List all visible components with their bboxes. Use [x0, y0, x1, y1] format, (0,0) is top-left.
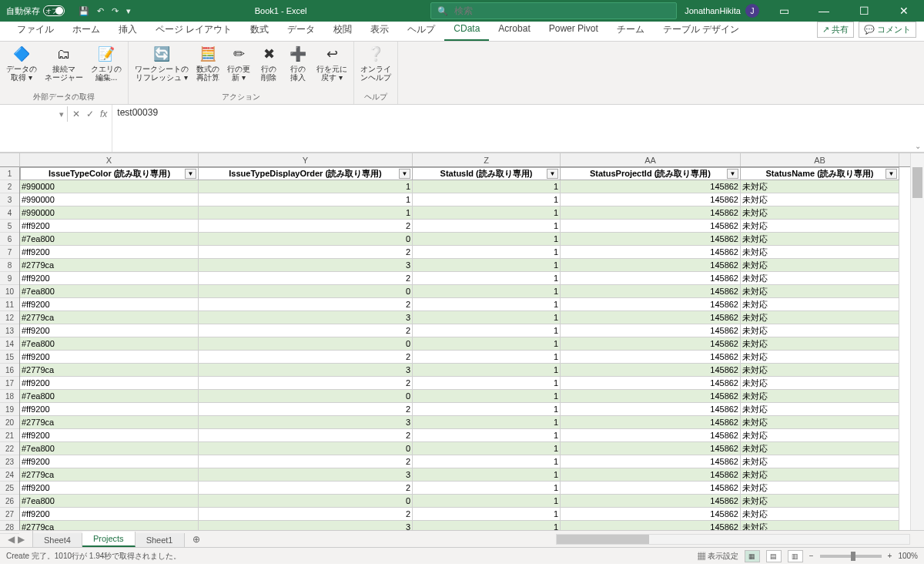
ribbon-button[interactable]: 🔄ワークシートのリフレッシュ ▾	[132, 43, 192, 83]
menu-tab-校閲[interactable]: 校閲	[324, 20, 361, 41]
add-sheet-button[interactable]: ⊕	[185, 534, 208, 545]
cancel-formula-icon[interactable]: ✕	[72, 109, 80, 119]
cell[interactable]: #ff9200	[20, 220, 199, 233]
cell[interactable]: #7ea800	[20, 495, 199, 508]
scrollbar-thumb[interactable]	[912, 167, 922, 198]
autosave-toggle[interactable]: オフ	[43, 5, 65, 16]
ribbon-button[interactable]: ✏行の更新 ▾	[224, 43, 253, 83]
cell[interactable]: 0	[199, 442, 413, 455]
close-button[interactable]: ✕	[889, 0, 919, 22]
zoom-out-button[interactable]: −	[809, 552, 814, 560]
cell[interactable]: 未対応	[741, 390, 899, 403]
redo-icon[interactable]: ↷	[112, 6, 119, 16]
table-header-cell[interactable]: IssueTypeDisplayOrder (読み取り専用)▼	[199, 167, 413, 180]
menu-tab-テーブル デザイン[interactable]: テーブル デザイン	[654, 20, 748, 41]
row-header[interactable]: 2	[0, 180, 19, 193]
menu-tab-挿入[interactable]: 挿入	[109, 20, 146, 41]
cell[interactable]: 1	[413, 272, 561, 285]
cell[interactable]: 1	[199, 206, 413, 220]
column-header[interactable]: AB	[741, 153, 899, 166]
cell[interactable]: 未対応	[741, 193, 899, 206]
menu-tab-データ[interactable]: データ	[278, 20, 324, 41]
zoom-level[interactable]: 100%	[898, 552, 918, 560]
cell[interactable]: 145862	[561, 246, 741, 259]
cell[interactable]: 1	[413, 246, 561, 259]
ribbon-button[interactable]: ↩行を元に戻す ▾	[313, 43, 350, 83]
cell[interactable]: #2779ca	[20, 311, 199, 324]
page-break-view-button[interactable]: ▥	[788, 550, 803, 562]
row-header[interactable]: 16	[0, 364, 19, 377]
row-header[interactable]: 24	[0, 468, 19, 482]
cell[interactable]: 1	[413, 416, 561, 429]
menu-tab-CData[interactable]: CData	[444, 20, 489, 41]
cell[interactable]: 未対応	[741, 351, 899, 364]
row-header[interactable]: 19	[0, 403, 19, 416]
cell[interactable]: 1	[413, 429, 561, 442]
cell[interactable]: 1	[413, 442, 561, 455]
horizontal-scrollbar[interactable]	[556, 534, 910, 545]
cell[interactable]: 2	[199, 429, 413, 442]
row-header[interactable]: 18	[0, 390, 19, 403]
display-settings-button[interactable]: ▦ 表示設定	[698, 551, 738, 562]
ribbon-button[interactable]: 🗂接続マネージャー	[42, 43, 86, 83]
row-header[interactable]: 12	[0, 311, 19, 324]
row-header[interactable]: 9	[0, 272, 19, 285]
cell[interactable]: 0	[199, 233, 413, 246]
chevron-down-icon[interactable]: ▾	[59, 109, 64, 119]
cell[interactable]: 2	[199, 508, 413, 521]
page-layout-view-button[interactable]: ▤	[766, 550, 782, 562]
cell[interactable]: 未対応	[741, 220, 899, 233]
cell[interactable]: 未対応	[741, 482, 899, 495]
cell[interactable]: 1	[413, 298, 561, 311]
cell[interactable]: 0	[199, 337, 413, 351]
cell[interactable]: #2779ca	[20, 521, 199, 530]
menu-tab-表示[interactable]: 表示	[361, 20, 398, 41]
cell[interactable]: 1	[413, 220, 561, 233]
column-header[interactable]: Z	[413, 153, 561, 166]
table-header-cell[interactable]: StatusName (読み取り専用)▼	[741, 167, 899, 180]
ribbon-button[interactable]: ➕行の挿入	[284, 43, 312, 83]
row-header[interactable]: 10	[0, 285, 19, 298]
cell[interactable]: 3	[199, 311, 413, 324]
cell[interactable]: 2	[199, 298, 413, 311]
cell[interactable]: 1	[413, 508, 561, 521]
row-header[interactable]: 20	[0, 416, 19, 429]
cell[interactable]: 145862	[561, 521, 741, 530]
cell[interactable]: 2	[199, 403, 413, 416]
cell[interactable]: 未対応	[741, 455, 899, 468]
cell[interactable]: 2	[199, 246, 413, 259]
table-header-cell[interactable]: StatusId (読み取り専用)▼	[413, 167, 561, 180]
cell[interactable]: 1	[413, 390, 561, 403]
ribbon-button[interactable]: ❔オンラインヘルプ	[357, 43, 394, 83]
cell[interactable]: 1	[413, 233, 561, 246]
row-header[interactable]: 21	[0, 429, 19, 442]
cell[interactable]: #2779ca	[20, 364, 199, 377]
row-header[interactable]: 22	[0, 442, 19, 455]
search-input[interactable]	[454, 5, 670, 16]
sheet-tab[interactable]: Sheet4	[33, 533, 82, 547]
row-header[interactable]: 5	[0, 220, 19, 233]
cell[interactable]: 未対応	[741, 285, 899, 298]
cell[interactable]: 145862	[561, 442, 741, 455]
cell[interactable]: 145862	[561, 495, 741, 508]
row-header[interactable]: 23	[0, 455, 19, 468]
ribbon-button[interactable]: 📝クエリの編集...	[88, 43, 125, 83]
cell[interactable]: 未対応	[741, 429, 899, 442]
cell[interactable]: #7ea800	[20, 233, 199, 246]
cell[interactable]: 未対応	[741, 233, 899, 246]
comment-button[interactable]: 💬 コメント	[859, 22, 916, 38]
menu-tab-チーム[interactable]: チーム	[608, 20, 654, 41]
enter-formula-icon[interactable]: ✓	[86, 109, 94, 119]
cell[interactable]: #990000	[20, 180, 199, 193]
cell[interactable]: 1	[413, 285, 561, 298]
cell[interactable]: 未対応	[741, 442, 899, 455]
ribbon-button[interactable]: 🧮数式の再計算	[193, 43, 223, 83]
cell[interactable]: 2	[199, 482, 413, 495]
table-header-cell[interactable]: StatusProjectId (読み取り専用)▼	[561, 167, 741, 180]
vertical-scrollbar[interactable]	[910, 153, 924, 530]
cell[interactable]: 未対応	[741, 364, 899, 377]
sheet-nav-prev-icon[interactable]: ◀	[8, 534, 15, 545]
cell[interactable]: 2	[199, 351, 413, 364]
search-box[interactable]: 🔍	[430, 2, 677, 19]
cell[interactable]: 145862	[561, 298, 741, 311]
